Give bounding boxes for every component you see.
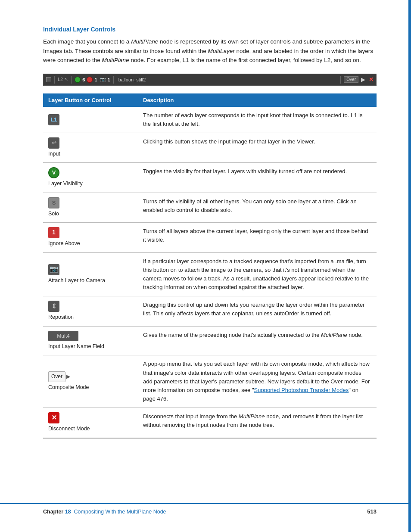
l1-icon: L1 bbox=[48, 114, 59, 125]
section-title: Individual Layer Controls bbox=[43, 26, 377, 33]
desc-input: Clicking this button shows the input ima… bbox=[138, 133, 377, 163]
tb-separator3 bbox=[113, 76, 114, 84]
desc-attach: If a particular layer corresponds to a t… bbox=[138, 252, 377, 296]
desc-reposition: Dragging this control up and down lets y… bbox=[138, 296, 377, 326]
desc-visibility: Toggles the visibility for that layer. L… bbox=[138, 163, 377, 193]
tb-num2: 1 bbox=[94, 77, 97, 82]
desc-l1: The number of each layer corresponds to … bbox=[138, 107, 377, 133]
desc-ignore: Turns off all layers above the current l… bbox=[138, 223, 377, 252]
tb-red-icon bbox=[87, 77, 93, 83]
attach-icon: 📷 bbox=[48, 264, 59, 275]
attach-label: Attach Layer to Camera bbox=[48, 277, 105, 285]
ctrl-cell-disconnect: ✕ Disconnect Mode bbox=[43, 408, 138, 438]
ctrl-cell-composite: Over ▶ Composite Mode bbox=[43, 355, 138, 408]
ignore-label: Ignore Above bbox=[48, 240, 80, 248]
ctrl-cell-l1: L1 bbox=[43, 107, 138, 133]
tb-close-icon[interactable]: ✕ bbox=[369, 76, 374, 83]
reposition-label: Reposition bbox=[48, 313, 74, 321]
table-row: ✕ Disconnect Mode Disconnects that input… bbox=[43, 408, 377, 438]
desc-namefield: Gives the name of the preceeding node th… bbox=[138, 326, 377, 355]
input-label: Input bbox=[48, 150, 60, 158]
controls-table: Layer Button or Control Description L1 T… bbox=[43, 93, 377, 439]
solo-label: Solo bbox=[48, 210, 59, 218]
col2-header: Description bbox=[138, 93, 377, 107]
tb-mode-btn[interactable]: Over bbox=[344, 76, 358, 83]
disconnect-label: Disconnect Mode bbox=[48, 425, 90, 433]
desc-disconnect: Disconnects that input image from the Mu… bbox=[138, 408, 377, 438]
table-row: L1 The number of each layer corresponds … bbox=[43, 107, 377, 133]
tb-arrow-icon: ▶ bbox=[361, 76, 365, 83]
input-icon: ↩ bbox=[48, 137, 59, 149]
toolbar-mockup: L2 ↖ 6 1 📷 1 balloon_still2 Over ▶ ✕ bbox=[43, 74, 377, 86]
tb-separator2 bbox=[71, 76, 72, 84]
ignore-icon: 1 bbox=[48, 227, 59, 238]
footer-page-num: 513 bbox=[367, 508, 377, 515]
reposition-icon: ⇕ bbox=[48, 301, 59, 312]
ctrl-cell-reposition: ⇕ Reposition bbox=[43, 296, 138, 326]
tb-square-icon bbox=[46, 77, 51, 82]
table-row: Over ▶ Composite Mode A pop-up menu that… bbox=[43, 355, 377, 408]
table-row: ↩ Input Clicking this button shows the i… bbox=[43, 133, 377, 163]
page-footer: Chapter 18 Compositing With the MultiPla… bbox=[0, 503, 411, 515]
tb-camera-icon: 📷 bbox=[100, 77, 106, 82]
footer-chapter: Chapter 18 Compositing With the MultiPla… bbox=[43, 509, 166, 515]
name-field-icon: Mult4 bbox=[48, 331, 78, 342]
composite-arrow-icon: ▶ bbox=[66, 373, 70, 381]
visibility-icon: V bbox=[48, 167, 59, 178]
tb-num1: 6 bbox=[82, 77, 85, 82]
ctrl-cell-ignore: 1 Ignore Above bbox=[43, 223, 138, 252]
table-row: Mult4 Input Layer Name Field Gives the n… bbox=[43, 326, 377, 355]
tb-separator4 bbox=[340, 76, 341, 84]
right-bar bbox=[408, 0, 411, 532]
table-row: 1 Ignore Above Turns off all layers abov… bbox=[43, 223, 377, 252]
page: Individual Layer Controls Each image tha… bbox=[0, 0, 411, 532]
composite-mode-box[interactable]: Over bbox=[48, 371, 65, 382]
namefield-label: Input Layer Name Field bbox=[48, 342, 104, 351]
tb-l2-label: L2 ↖ bbox=[58, 77, 68, 82]
disconnect-icon: ✕ bbox=[48, 412, 59, 423]
tb-green-icon bbox=[75, 77, 81, 83]
body-text: Each image that you connect to a MultiPl… bbox=[43, 37, 377, 65]
tb-separator bbox=[54, 76, 55, 84]
chapter-num: 18 bbox=[65, 509, 71, 515]
table-row: 📷 Attach Layer to Camera If a particular… bbox=[43, 252, 377, 296]
ctrl-cell-solo: S Solo bbox=[43, 193, 138, 222]
ctrl-cell-attach: 📷 Attach Layer to Camera bbox=[43, 252, 138, 296]
composite-icon: Over ▶ bbox=[48, 371, 70, 382]
tb-num3: 1 bbox=[108, 77, 110, 82]
ctrl-cell-visibility: V Layer Visibility bbox=[43, 163, 138, 193]
tb-filename: balloon_still2 bbox=[117, 77, 338, 82]
col1-header: Layer Button or Control bbox=[43, 93, 138, 107]
composite-link[interactable]: Supported Photoshop Transfer Modes bbox=[254, 387, 349, 393]
ctrl-cell-namefield: Mult4 Input Layer Name Field bbox=[43, 326, 138, 355]
table-row: S Solo Turns off the visibility of all o… bbox=[43, 193, 377, 222]
table-header-row: Layer Button or Control Description bbox=[43, 93, 377, 107]
table-row: ⇕ Reposition Dragging this control up an… bbox=[43, 296, 377, 326]
table-row: V Layer Visibility Toggles the visibilit… bbox=[43, 163, 377, 193]
visibility-label: Layer Visibility bbox=[48, 180, 83, 188]
composite-label: Composite Mode bbox=[48, 383, 89, 392]
desc-solo: Turns off the visibility of all other la… bbox=[138, 193, 377, 222]
chapter-text: Compositing With the MultiPlane Node bbox=[74, 509, 166, 515]
solo-icon: S bbox=[48, 197, 59, 208]
desc-composite: A pop-up menu that lets you set each lay… bbox=[138, 355, 377, 408]
ctrl-cell-input: ↩ Input bbox=[43, 133, 138, 163]
